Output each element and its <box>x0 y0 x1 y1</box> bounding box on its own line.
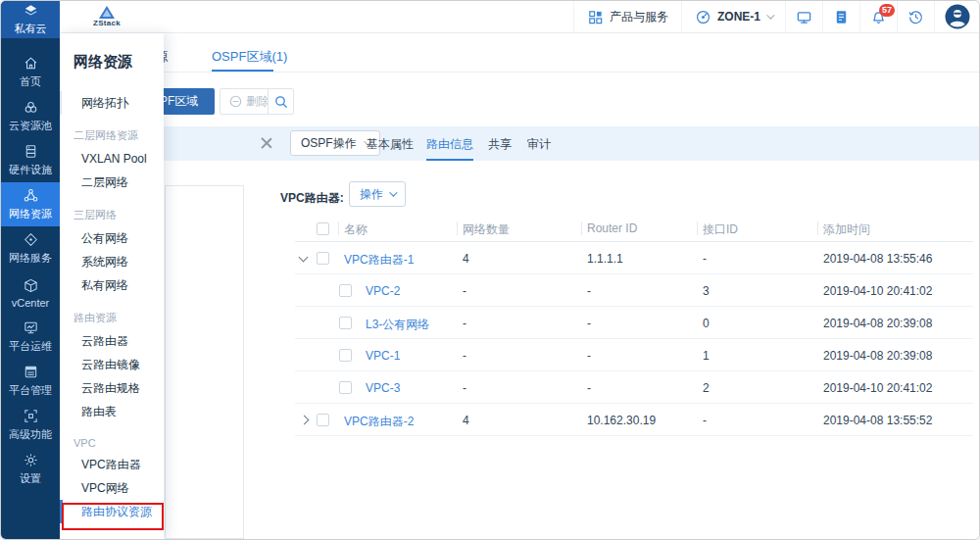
row-name-link[interactable]: VPC-2 <box>366 284 400 298</box>
cell-interface: 2 <box>703 381 710 395</box>
tab-ospf-area[interactable]: OSPF区域(1) <box>212 48 287 66</box>
menu-item-vrouter-image[interactable]: 云路由镜像 <box>60 353 164 376</box>
col-interface: 接口ID <box>703 221 738 238</box>
sidebar-item-label: 首页 <box>20 74 41 89</box>
table-row[interactable]: VPC路由器-2 4 10.162.30.19 - 2019-04-08 13:… <box>295 404 973 436</box>
col-added: 添加时间 <box>823 221 870 238</box>
menu-item-vpc-router[interactable]: VPC路由器 <box>60 453 164 476</box>
flyout-title: 网络资源 <box>74 53 164 72</box>
menu-item-system-network[interactable]: 系统网络 <box>60 250 164 273</box>
menu-item-l2-network[interactable]: 二层网络 <box>60 171 164 194</box>
network-icon <box>23 187 39 204</box>
notifications-button[interactable]: 57 <box>859 1 897 32</box>
row-checkbox[interactable] <box>339 284 352 297</box>
tab-routing-info[interactable]: 路由信息 <box>426 136 473 153</box>
table-row[interactable]: VPC路由器-1 4 1.1.1.1 - 2019-04-08 13:55:46 <box>295 242 973 274</box>
row-name-link[interactable]: VPC路由器-1 <box>344 252 414 269</box>
panel-list-icon <box>23 364 39 380</box>
main-content: 路由协议资源 OSPF区域(1) 创建OSPF区域 删除 OSPF操作 <box>60 33 979 539</box>
row-checkbox[interactable] <box>339 381 352 394</box>
sidebar-item-platform-mgmt[interactable]: 平台管理 <box>1 359 60 403</box>
cell-interface: - <box>703 252 707 266</box>
cell-networks: 4 <box>463 252 469 266</box>
col-networks: 网络数量 <box>463 221 510 238</box>
menu-item-vpc-network[interactable]: VPC网络 <box>60 476 164 500</box>
close-icon[interactable] <box>259 135 274 151</box>
row-checkbox[interactable] <box>317 414 329 426</box>
row-checkbox[interactable] <box>317 252 329 265</box>
menu-item-public-network[interactable]: 公有网络 <box>60 226 164 250</box>
sidebar-item-advanced[interactable]: 高级功能 <box>1 403 60 447</box>
cell-router-id: - <box>587 284 591 298</box>
sidebar-item-platform-ops[interactable]: 平台运维 <box>1 315 60 359</box>
zone-icon <box>695 9 711 25</box>
active-detail-tab-underline <box>426 159 473 161</box>
search-button[interactable] <box>268 88 294 115</box>
history-clock-icon <box>907 9 924 25</box>
menu-item-route-table[interactable]: 路由表 <box>60 400 164 423</box>
col-router-id: Router ID <box>587 221 637 235</box>
menu-item-network-topology[interactable]: 网络拓扑 <box>60 91 164 115</box>
sidebar-item-label: 设置 <box>20 471 41 486</box>
sidebar-item-network-resources[interactable]: 网络资源 <box>1 182 60 226</box>
private-cloud-header[interactable]: 私有云 <box>1 1 60 38</box>
zstack-logo-icon <box>99 6 115 19</box>
history-button[interactable] <box>897 1 934 32</box>
sidebar-item-hardware[interactable]: 硬件设施 <box>1 138 60 182</box>
menu-item-routing-protocol[interactable]: 路由协议资源 <box>60 500 164 523</box>
ospf-list-panel[interactable] <box>165 185 244 539</box>
products-services-menu[interactable]: 产品与服务 <box>573 1 681 32</box>
menu-item-vrouter-offering[interactable]: 云路由规格 <box>60 376 164 400</box>
focus-brackets-icon <box>23 408 39 424</box>
table-row[interactable]: VPC-3 - - 2 2019-04-10 20:41:02 <box>295 371 973 404</box>
sidebar-item-label: 云资源池 <box>9 119 52 133</box>
row-name-link[interactable]: VPC路由器-2 <box>344 414 414 430</box>
topbar-right: 产品与服务 ZONE-1 <box>573 1 979 32</box>
tab-audit[interactable]: 审计 <box>527 136 551 153</box>
row-name-link[interactable]: L3-公有网络 <box>366 317 429 333</box>
sidebar-item-vcenter[interactable]: vCenter <box>1 270 60 315</box>
cell-added: 2019-04-10 20:41:02 <box>823 381 932 395</box>
row-name-link[interactable]: VPC-1 <box>366 349 400 363</box>
table-row[interactable]: VPC-1 - - 1 2019-04-08 20:39:08 <box>295 339 973 371</box>
delete-button-label: 删除 <box>246 93 270 110</box>
tab-share[interactable]: 共享 <box>488 136 512 153</box>
console-button[interactable] <box>785 1 822 32</box>
chevron-down-icon[interactable] <box>299 253 309 263</box>
row-checkbox[interactable] <box>339 349 352 362</box>
menu-group-l3: 三层网络 <box>74 208 164 222</box>
menu-item-vrouter[interactable]: 云路由器 <box>60 329 164 353</box>
select-all-checkbox[interactable] <box>317 222 329 235</box>
cell-interface: 0 <box>703 317 710 330</box>
user-menu[interactable] <box>934 1 979 32</box>
cell-router-id: 10.162.30.19 <box>587 414 656 427</box>
table-header-row: 名称 网络数量 Router ID 接口ID 添加时间 <box>295 216 973 242</box>
detail-header-band: OSPF操作 基本属性 路由信息 共享 审计 <box>60 126 979 161</box>
sidebar-item-settings[interactable]: 设置 <box>1 447 60 491</box>
sidebar-item-label: 网络服务 <box>9 251 52 266</box>
sidebar-item-resource-pool[interactable]: 云资源池 <box>1 94 60 138</box>
chevron-right-icon[interactable] <box>300 416 310 425</box>
pool-icon <box>23 99 39 116</box>
sidebar-item-home[interactable]: 首页 <box>1 50 60 94</box>
sidebar-item-label: 网络资源 <box>9 207 52 221</box>
grid-icon <box>587 9 604 25</box>
docs-button[interactable] <box>822 1 859 32</box>
menu-group-vpc: VPC <box>74 437 164 449</box>
col-name: 名称 <box>344 221 368 238</box>
zone-selector[interactable]: ZONE-1 <box>681 1 785 32</box>
table-row[interactable]: VPC-2 - - 3 2019-04-10 20:41:02 <box>295 274 973 307</box>
row-name-link[interactable]: VPC-3 <box>366 381 400 395</box>
notification-badge: 57 <box>879 4 895 17</box>
zstack-logo[interactable]: ZStack <box>93 6 121 27</box>
row-actions-dropdown[interactable]: 操作 <box>349 181 406 207</box>
gear-icon <box>23 452 39 468</box>
menu-group-router: 路由资源 <box>74 311 164 325</box>
menu-item-vxlan-pool[interactable]: VXLAN Pool <box>60 147 164 171</box>
table-row[interactable]: L3-公有网络 - - 0 2019-04-08 20:39:08 <box>295 307 973 339</box>
tab-basic-props[interactable]: 基本属性 <box>367 136 414 153</box>
menu-item-private-network[interactable]: 私有网络 <box>60 273 164 297</box>
sidebar-item-label: 平台管理 <box>9 383 52 398</box>
sidebar-item-network-services[interactable]: 网络服务 <box>1 226 60 270</box>
row-checkbox[interactable] <box>339 317 352 329</box>
